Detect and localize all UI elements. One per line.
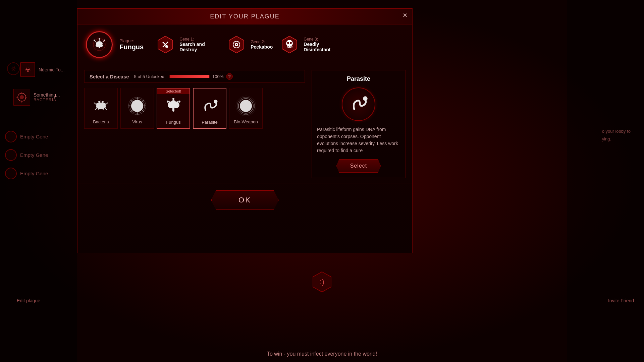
parasite-card[interactable]: Parasite xyxy=(193,88,226,129)
disease-section: Select a Disease 5 of 5 Unlocked 100% ? xyxy=(77,65,412,183)
progress-fill xyxy=(170,75,209,78)
svg-rect-34 xyxy=(288,46,289,47)
svg-point-4 xyxy=(20,95,24,99)
disease-info-panel: Parasite Parasitic lifeform gains DNA fr… xyxy=(312,70,406,178)
empty-gene-label-1: Empty Gene xyxy=(20,134,48,139)
edit-plague-modal: Edit Your Plague ✕ xyxy=(77,8,413,253)
svg-point-43 xyxy=(104,106,106,108)
svg-line-61 xyxy=(130,100,132,102)
gene-2-icon xyxy=(226,35,247,55)
progress-bar xyxy=(169,75,210,78)
gene-1-icon: + xyxy=(155,35,175,55)
gene-3-container[interactable]: + Gene 3: Deadly Disinfectant xyxy=(279,35,344,55)
bacteria-disease-icon xyxy=(89,94,113,118)
edit-plague-button[interactable]: Edit plague xyxy=(17,298,40,303)
svg-line-59 xyxy=(130,110,132,112)
modal-title: Edit Your Plague xyxy=(210,13,279,20)
fungus-disease-icon xyxy=(162,95,185,118)
ndemic-logo: ☣ Ndemic To... xyxy=(20,62,65,77)
empty-gene-3[interactable]: Empty Gene xyxy=(0,164,77,183)
unlock-info: 5 of 5 Unlocked xyxy=(134,74,164,79)
gene-3-icon: + xyxy=(279,35,300,55)
fungus-name-label: Fungus xyxy=(166,120,180,125)
parasite-disease-icon xyxy=(198,95,221,118)
select-disease-label: Select a Disease xyxy=(90,74,129,79)
ndemic-label: Ndemic To... xyxy=(39,67,65,72)
svg-point-64 xyxy=(171,100,176,106)
svg-rect-65 xyxy=(172,107,174,112)
svg-point-44 xyxy=(98,108,100,110)
bottom-hint-text: To win - you must infect everyone in the… xyxy=(267,351,377,357)
fungus-card[interactable]: Selected! xyxy=(157,88,190,129)
bacteria-item: Something... BACTERIA xyxy=(13,89,60,106)
svg-point-41 xyxy=(102,101,104,103)
modal-title-bar: Edit Your Plague ✕ xyxy=(77,9,412,24)
svg-line-48 xyxy=(106,103,108,105)
gene-2-num: Gene 2: xyxy=(251,40,273,44)
virus-name-label: Virus xyxy=(132,119,142,124)
plague-label: Plague: Fungus xyxy=(119,38,144,51)
bacteria-name-label: Bacteria xyxy=(93,119,109,124)
invite-friend-button[interactable]: Invite Friend xyxy=(608,298,634,303)
bacteria-card[interactable]: Bacteria xyxy=(84,88,118,129)
bio-weapon-card[interactable]: Bio-Weapon xyxy=(229,88,263,129)
ndemic-icon: ☣ xyxy=(20,62,35,77)
gene-3-name: Deadly Disinfectant xyxy=(304,42,344,52)
gene-3-num: Gene 3: xyxy=(304,37,344,42)
bacteria-info: Something... BACTERIA xyxy=(34,92,60,102)
plague-name: Fungus xyxy=(119,43,144,51)
gene-1-container[interactable]: + Gene 1: Search and Destroy xyxy=(155,35,220,55)
svg-point-40 xyxy=(98,101,100,103)
right-sidebar: o your lobby toying. Invite Friend xyxy=(567,0,644,362)
bacteria-type: BACTERIA xyxy=(34,98,60,102)
gene-2-container[interactable]: Gene 2: Peekaboo xyxy=(226,35,273,55)
selected-badge: Selected! xyxy=(157,88,190,94)
select-button[interactable]: Select xyxy=(336,159,381,173)
bottom-hex-icon: :) xyxy=(310,270,334,295)
empty-gene-label-3: Empty Gene xyxy=(20,171,48,176)
svg-point-68 xyxy=(178,101,180,103)
svg-text:☣: ☣ xyxy=(10,65,16,72)
svg-point-38 xyxy=(96,103,99,106)
bacteria-icon xyxy=(13,89,30,106)
svg-point-73 xyxy=(240,100,252,112)
lobby-text: o your lobby toying. xyxy=(602,127,631,143)
virus-card[interactable]: Virus xyxy=(120,88,154,129)
ok-section: OK xyxy=(77,183,412,217)
close-button[interactable]: ✕ xyxy=(402,12,408,19)
svg-point-72 xyxy=(214,100,217,103)
gene-1-label: Gene 1: Search and Destroy xyxy=(179,37,220,52)
progress-percent: 100% xyxy=(212,74,223,79)
svg-point-19 xyxy=(104,40,105,41)
info-panel-title: Parasite xyxy=(347,75,370,82)
svg-point-45 xyxy=(102,108,104,110)
gene-2-label: Gene 2: Peekaboo xyxy=(251,40,273,50)
empty-gene-1[interactable]: Empty Gene xyxy=(0,127,77,146)
help-button[interactable]: ? xyxy=(226,73,233,80)
progress-container: 100% ? xyxy=(169,73,300,80)
svg-point-28 xyxy=(236,44,237,45)
empty-gene-circle-3 xyxy=(5,168,17,179)
gene-2-name: Peekaboo xyxy=(251,44,273,50)
disease-header-bar: Select a Disease 5 of 5 Unlocked 100% ? xyxy=(84,70,305,83)
svg-point-42 xyxy=(96,106,98,108)
gene-3-label: Gene 3: Deadly Disinfectant xyxy=(304,37,344,52)
bio-weapon-name-label: Bio-Weapon xyxy=(234,119,258,124)
info-panel-description: Parasitic lifeform gains DNA from oppone… xyxy=(317,126,400,154)
empty-gene-circle-2 xyxy=(5,149,17,161)
bio-weapon-disease-icon xyxy=(234,94,258,118)
gene-1-name: Search and Destroy xyxy=(179,42,220,52)
svg-point-77 xyxy=(364,97,367,100)
svg-line-49 xyxy=(95,108,97,110)
ok-button[interactable]: OK xyxy=(211,190,279,210)
svg-point-17 xyxy=(94,40,95,41)
svg-text:+: + xyxy=(166,46,167,48)
svg-point-18 xyxy=(99,38,100,40)
empty-gene-2[interactable]: Empty Gene xyxy=(0,146,77,164)
parasite-info-icon xyxy=(342,87,375,121)
svg-text:+: + xyxy=(291,45,293,49)
plague-label-small: Plague: xyxy=(119,38,144,43)
svg-text::): :) xyxy=(320,278,324,286)
parasite-name-label: Parasite xyxy=(202,120,218,125)
right-content: o your lobby toying. xyxy=(602,127,631,143)
